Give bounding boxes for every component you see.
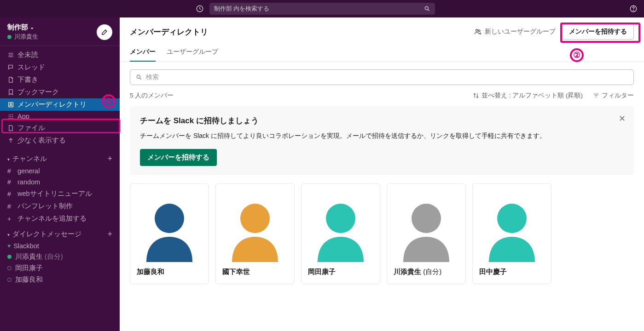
- search-icon: [136, 74, 142, 80]
- channel-item[interactable]: #パンフレット制作: [0, 200, 120, 212]
- channel-list: #general#random#webサイトリニューアル#パンフレット制作+チャ…: [0, 166, 120, 225]
- svg-point-21: [412, 204, 441, 233]
- svg-point-20: [326, 204, 355, 233]
- annotation-badge-1: ①: [102, 94, 116, 108]
- nav-icon: [7, 113, 17, 120]
- nav-label: メンバーディレクトリ: [17, 100, 112, 109]
- member-search-input[interactable]: 検索: [130, 69, 634, 85]
- svg-point-18: [155, 204, 184, 233]
- sort-control[interactable]: 並べ替え : アルファベット順 (昇順): [473, 91, 583, 100]
- svg-point-7: [11, 114, 12, 115]
- channel-item[interactable]: #webサイトリニューアル: [0, 188, 120, 200]
- avatar: [387, 184, 465, 262]
- search-icon: [424, 6, 430, 12]
- sidebar-item[interactable]: 下書き: [0, 74, 120, 86]
- member-name: 加藤良和: [130, 262, 209, 284]
- main-header: メンバーディレクトリ 新しいユーザーグループ メンバーを招待する: [120, 17, 644, 44]
- top-bar: 制作部 内を検索する: [0, 0, 644, 17]
- nav-icon: [7, 137, 17, 144]
- svg-point-14: [12, 118, 13, 119]
- nav-label: 全未読: [17, 51, 112, 59]
- avatar: [130, 184, 209, 262]
- chevron-down-icon: ⌄: [30, 24, 34, 30]
- banner-invite-button[interactable]: メンバーを招待する: [140, 149, 217, 166]
- page-title: メンバーディレクトリ: [130, 27, 208, 37]
- tab-usergroups[interactable]: ユーザーグループ: [167, 44, 218, 62]
- hash-icon: #: [7, 203, 17, 210]
- member-name: 川添貴生 (自分): [387, 262, 465, 284]
- dm-item[interactable]: ♥Slackbot: [0, 241, 120, 251]
- svg-point-9: [9, 116, 10, 117]
- nav-label: ファイル: [17, 124, 112, 132]
- history-icon[interactable]: [196, 5, 204, 13]
- search-placeholder: 制作部 内を検索する: [214, 5, 424, 13]
- sidebar-item[interactable]: スレッド: [0, 61, 120, 74]
- close-icon[interactable]: ✕: [619, 114, 626, 124]
- channel-item[interactable]: #general: [0, 166, 120, 177]
- banner-text: チームメンバーを Slack に招待してより良いコラボレーションを実現。メールで…: [140, 131, 624, 141]
- avatar: [302, 184, 380, 262]
- member-count: 5 人のメンバー: [130, 91, 174, 100]
- hash-icon: #: [7, 167, 17, 175]
- dm-list: ♥Slackbot川添貴生(自分)岡田康子加藤良和: [0, 241, 120, 285]
- svg-point-13: [11, 118, 12, 119]
- nav-label: ブックマーク: [17, 88, 112, 97]
- nav-label: App: [17, 113, 112, 120]
- sidebar-item[interactable]: 少なく表示する: [0, 134, 120, 147]
- member-card[interactable]: 加藤良和: [130, 183, 209, 284]
- svg-point-3: [633, 10, 634, 11]
- member-card[interactable]: 田中慶子: [472, 183, 551, 284]
- svg-point-12: [9, 118, 10, 119]
- filter-control[interactable]: フィルター: [593, 91, 634, 100]
- heart-icon: ♥: [7, 243, 11, 249]
- channels-header[interactable]: ▾チャンネル +: [0, 149, 120, 166]
- svg-point-22: [497, 204, 527, 233]
- dm-item[interactable]: 岡田康子: [0, 263, 120, 274]
- sidebar-nav: 全未読スレッド下書きブックマークメンバーディレクトリAppファイル少なく表示する: [0, 46, 120, 149]
- presence-dot: [7, 255, 12, 259]
- nav-icon: [7, 125, 17, 131]
- nav-label: 下書き: [17, 75, 112, 84]
- svg-point-5: [10, 103, 12, 105]
- caret-icon: ▾: [7, 157, 10, 162]
- banner-title: チームを Slack に招待しましょう: [140, 115, 624, 126]
- sidebar-item[interactable]: 全未読: [0, 49, 120, 61]
- sidebar-item[interactable]: ブックマーク: [0, 86, 120, 98]
- avatar: [216, 184, 294, 262]
- global-search[interactable]: 制作部 内を検索する: [209, 3, 435, 15]
- dm-item[interactable]: 加藤良和: [0, 274, 120, 285]
- dm-item[interactable]: 川添貴生(自分): [0, 251, 120, 263]
- nav-icon: [7, 51, 17, 58]
- add-icon[interactable]: +: [107, 154, 112, 164]
- nav-icon: [7, 64, 17, 71]
- help-icon[interactable]: [629, 5, 638, 13]
- member-card[interactable]: 川添貴生 (自分): [387, 183, 466, 284]
- sidebar-item[interactable]: ファイル: [0, 122, 120, 134]
- nav-icon: [7, 89, 17, 96]
- nav-icon: [7, 101, 17, 108]
- add-channel-item[interactable]: +チャンネルを追加する: [0, 212, 120, 225]
- svg-point-19: [240, 204, 270, 233]
- tab-members[interactable]: メンバー: [130, 44, 156, 62]
- svg-point-1: [425, 6, 428, 10]
- workspace-name[interactable]: 制作部 ⌄: [7, 23, 38, 32]
- new-user-group-button[interactable]: 新しいユーザーグループ: [474, 28, 556, 36]
- member-name: 岡田康子: [302, 262, 380, 284]
- svg-point-17: [137, 75, 140, 78]
- add-icon[interactable]: +: [107, 229, 112, 239]
- channel-item[interactable]: #random: [0, 177, 120, 188]
- member-card[interactable]: 岡田康子: [301, 183, 380, 284]
- dm-header[interactable]: ▾ダイレクトメッセージ +: [0, 225, 120, 241]
- svg-point-11: [12, 116, 13, 117]
- presence-dot: [7, 266, 12, 270]
- sidebar-item[interactable]: App: [0, 111, 120, 122]
- workspace-header[interactable]: 制作部 ⌄ 川添貴生: [0, 17, 120, 46]
- compose-button[interactable]: [97, 24, 112, 40]
- invite-members-button[interactable]: メンバーを招待する: [562, 24, 634, 40]
- sidebar: 制作部 ⌄ 川添貴生 全未読スレッド下書きブックマークメンバーディレクトリApp…: [0, 17, 120, 331]
- main-content: メンバーディレクトリ 新しいユーザーグループ メンバーを招待する メンバー ユー…: [120, 17, 644, 331]
- current-user: 川添貴生: [7, 33, 38, 41]
- svg-point-6: [9, 114, 10, 115]
- nav-icon: [7, 76, 17, 83]
- member-card[interactable]: 國下幸世: [215, 183, 295, 284]
